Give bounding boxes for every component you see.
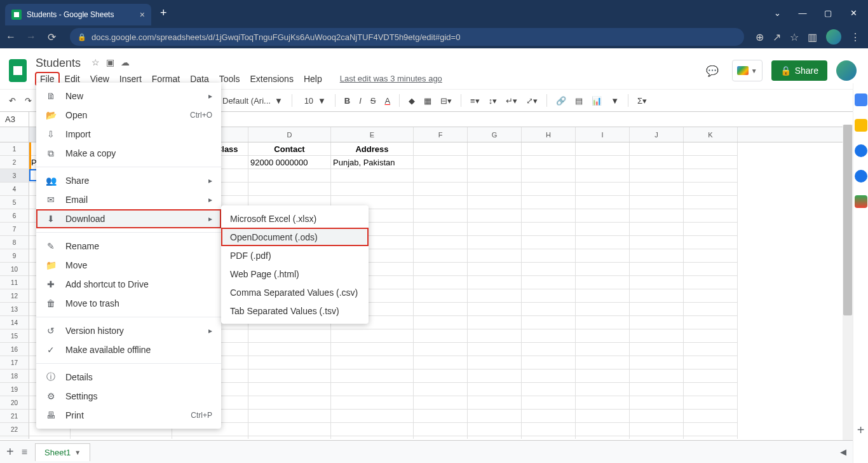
cell[interactable] xyxy=(630,236,684,249)
cell[interactable] xyxy=(522,303,576,316)
cell[interactable] xyxy=(414,249,468,263)
cell[interactable] xyxy=(684,303,738,316)
cell[interactable] xyxy=(630,410,684,423)
cell[interactable] xyxy=(248,329,331,343)
cell[interactable] xyxy=(522,263,576,276)
row-header[interactable]: 6 xyxy=(0,209,29,223)
share-button[interactable]: 🔒 Share xyxy=(771,60,827,81)
cell[interactable] xyxy=(248,169,331,183)
cell[interactable] xyxy=(414,276,468,289)
cell[interactable] xyxy=(630,303,684,316)
cell[interactable] xyxy=(576,169,630,183)
cell[interactable] xyxy=(468,343,522,356)
cell[interactable] xyxy=(522,276,576,289)
cell[interactable] xyxy=(522,223,576,236)
cell[interactable] xyxy=(576,423,630,436)
font-select[interactable]: Default (Ari...▼ xyxy=(220,95,285,107)
cell[interactable] xyxy=(414,436,468,439)
undo-button[interactable]: ↶ xyxy=(6,95,18,107)
row-header[interactable]: 11 xyxy=(0,276,29,289)
wrap-button[interactable]: ↵▾ xyxy=(503,95,520,107)
cell[interactable] xyxy=(414,156,468,169)
col-header[interactable]: D xyxy=(248,127,331,142)
col-header[interactable]: H xyxy=(522,127,576,142)
cell[interactable] xyxy=(630,196,684,209)
cell[interactable] xyxy=(684,236,738,249)
cell[interactable] xyxy=(684,316,738,329)
bookmark-icon[interactable]: ☆ xyxy=(790,31,799,43)
url-field[interactable]: 🔒 docs.google.com/spreadsheets/d/1jGwqiT… xyxy=(70,28,744,46)
row-header[interactable]: 10 xyxy=(0,263,29,276)
file-menu-item[interactable]: ↺Version history▸ xyxy=(36,321,221,340)
row-header[interactable]: 5 xyxy=(0,196,29,209)
cell[interactable] xyxy=(414,289,468,303)
cell[interactable] xyxy=(468,316,522,329)
sheets-logo[interactable] xyxy=(6,55,29,86)
cell[interactable] xyxy=(172,436,248,439)
cell[interactable] xyxy=(331,436,414,439)
cell[interactable] xyxy=(468,436,522,439)
account-avatar[interactable] xyxy=(836,60,857,81)
add-sheet-button[interactable]: + xyxy=(6,445,14,459)
row-header[interactable]: 13 xyxy=(0,303,29,316)
merge-button[interactable]: ⊟▾ xyxy=(438,95,454,107)
cell[interactable] xyxy=(29,436,71,439)
name-box[interactable]: A3 xyxy=(0,112,29,127)
cell[interactable] xyxy=(331,356,414,370)
cell[interactable] xyxy=(414,370,468,383)
row-header[interactable]: 7 xyxy=(0,223,29,236)
cell[interactable] xyxy=(576,303,630,316)
file-menu-item[interactable]: 🗑Move to trash xyxy=(36,294,221,313)
cell[interactable] xyxy=(248,183,331,196)
file-menu-item[interactable]: ⇩Import xyxy=(36,125,221,144)
comment-button[interactable]: ▤ xyxy=(573,95,585,107)
col-header[interactable]: J xyxy=(630,127,684,142)
file-menu-item[interactable]: 🗎New▸ xyxy=(36,86,221,106)
cell[interactable] xyxy=(522,410,576,423)
cell[interactable] xyxy=(414,183,468,196)
star-icon[interactable]: ☆ xyxy=(92,57,100,67)
cell[interactable] xyxy=(468,289,522,303)
cell[interactable] xyxy=(684,183,738,196)
cell[interactable] xyxy=(414,356,468,370)
valign-button[interactable]: ↕▾ xyxy=(486,95,500,107)
cell[interactable] xyxy=(468,169,522,183)
cell[interactable] xyxy=(630,289,684,303)
cell[interactable] xyxy=(684,223,738,236)
row-header[interactable]: 18 xyxy=(0,370,29,383)
halign-button[interactable]: ≡▾ xyxy=(468,95,482,107)
cell[interactable] xyxy=(414,196,468,209)
cell[interactable] xyxy=(684,263,738,276)
cell[interactable] xyxy=(630,423,684,436)
file-menu-item[interactable]: ✉Email▸ xyxy=(36,190,221,209)
cell[interactable] xyxy=(468,236,522,249)
last-edit[interactable]: Last edit was 3 minutes ago xyxy=(336,73,447,85)
row-header[interactable]: 2 xyxy=(0,156,29,169)
new-tab-button[interactable]: + xyxy=(160,6,167,20)
cell[interactable] xyxy=(684,370,738,383)
sheet-tab-menu-icon[interactable]: ▼ xyxy=(74,449,81,456)
cell[interactable] xyxy=(331,423,414,436)
cell[interactable] xyxy=(522,156,576,169)
menu-help[interactable]: Help xyxy=(299,73,327,85)
download-option[interactable]: Web Page (.html) xyxy=(221,265,369,283)
cell[interactable] xyxy=(468,142,522,156)
cell[interactable] xyxy=(684,423,738,436)
italic-button[interactable]: I xyxy=(356,95,364,107)
cell[interactable] xyxy=(630,156,684,169)
cell[interactable] xyxy=(684,329,738,343)
meet-button[interactable]: ▼ xyxy=(732,60,763,81)
cell[interactable] xyxy=(468,156,522,169)
cell[interactable] xyxy=(684,289,738,303)
row-header[interactable]: 4 xyxy=(0,183,29,196)
row-header[interactable]: 22 xyxy=(0,423,29,436)
col-header[interactable]: I xyxy=(576,127,630,142)
share-url-icon[interactable]: ↗ xyxy=(773,31,781,43)
functions-button[interactable]: Σ▾ xyxy=(635,95,649,107)
cell[interactable] xyxy=(576,329,630,343)
cell[interactable] xyxy=(468,196,522,209)
cell[interactable] xyxy=(576,436,630,439)
cell[interactable] xyxy=(414,383,468,396)
cell[interactable] xyxy=(576,316,630,329)
row-header[interactable]: 17 xyxy=(0,356,29,370)
